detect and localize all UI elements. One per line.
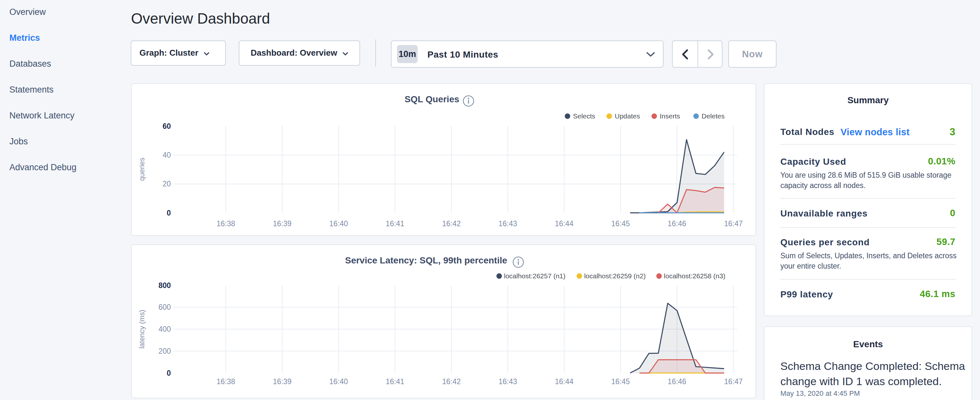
svg-text:16:44: 16:44 <box>555 220 574 228</box>
svg-text:16:44: 16:44 <box>555 377 574 386</box>
svg-text:SQL Queries: SQL Queries <box>404 94 459 104</box>
svg-text:16:45: 16:45 <box>611 220 630 228</box>
svg-text:800: 800 <box>159 281 171 290</box>
svg-text:16:38: 16:38 <box>216 377 235 386</box>
svg-text:Deletes: Deletes <box>702 112 725 120</box>
svg-text:latency (ms): latency (ms) <box>138 310 146 349</box>
svg-text:16:40: 16:40 <box>329 220 348 228</box>
svg-text:16:46: 16:46 <box>668 220 687 228</box>
svg-text:localhost:26259 (n2): localhost:26259 (n2) <box>584 272 646 280</box>
svg-text:16:47: 16:47 <box>724 220 743 228</box>
svg-text:Updates: Updates <box>615 112 640 120</box>
svg-text:Selects: Selects <box>573 112 595 120</box>
svg-text:0: 0 <box>167 369 171 377</box>
svg-text:400: 400 <box>159 325 171 333</box>
svg-text:16:45: 16:45 <box>611 377 630 386</box>
svg-text:16:41: 16:41 <box>386 220 404 228</box>
svg-text:16:38: 16:38 <box>216 220 235 228</box>
svg-text:Inserts: Inserts <box>660 112 680 120</box>
svg-text:16:46: 16:46 <box>668 377 687 386</box>
svg-text:600: 600 <box>159 303 171 311</box>
svg-text:60: 60 <box>162 122 171 131</box>
svg-text:200: 200 <box>159 347 171 355</box>
svg-text:localhost:26258 (n3): localhost:26258 (n3) <box>664 272 725 280</box>
svg-text:Service Latency: SQL, 99th per: Service Latency: SQL, 99th percentile <box>345 255 507 265</box>
svg-text:20: 20 <box>162 180 171 188</box>
svg-text:queries: queries <box>138 158 146 181</box>
svg-text:40: 40 <box>162 151 171 159</box>
svg-text:16:39: 16:39 <box>273 220 292 228</box>
svg-text:16:43: 16:43 <box>499 220 517 228</box>
svg-text:16:42: 16:42 <box>442 377 461 386</box>
svg-text:16:39: 16:39 <box>273 377 292 386</box>
svg-text:16:43: 16:43 <box>499 377 517 386</box>
svg-text:localhost:26257 (n1): localhost:26257 (n1) <box>504 272 566 280</box>
svg-text:16:40: 16:40 <box>329 377 348 386</box>
svg-text:16:42: 16:42 <box>442 220 461 228</box>
svg-text:16:41: 16:41 <box>386 377 404 386</box>
svg-text:0: 0 <box>167 209 171 217</box>
svg-text:16:47: 16:47 <box>724 377 743 386</box>
